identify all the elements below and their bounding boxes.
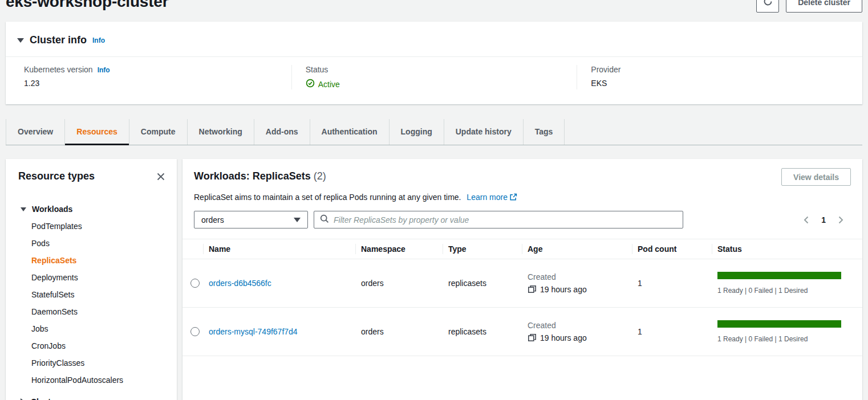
resource-count: (2) [314, 170, 326, 182]
column-header-age: Age [528, 239, 638, 259]
page-title: eks-workshop-cluster [6, 0, 168, 13]
header-actions: Delete cluster [756, 0, 862, 13]
tab-networking[interactable]: Networking [187, 119, 254, 145]
age-cell: Created 19 hours ago [528, 272, 638, 294]
namespace-cell: orders [361, 327, 448, 336]
resource-types-tree: Workloads PodTemplates Pods ReplicaSets … [6, 201, 177, 400]
sidebar-item-daemonsets[interactable]: DaemonSets [6, 303, 177, 320]
copy-icon[interactable] [528, 333, 537, 342]
column-header-status: Status [717, 239, 862, 259]
workloads-section-label: Workloads [32, 205, 72, 214]
view-details-button[interactable]: View details [781, 168, 851, 186]
delete-cluster-button[interactable]: Delete cluster [786, 0, 862, 13]
eks-console-page: eks-workshop-cluster Delete cluster Clus… [0, 0, 868, 400]
tab-logging[interactable]: Logging [389, 119, 444, 145]
column-header-namespace: Namespace [361, 239, 448, 259]
pod-count-cell: 1 [638, 327, 717, 336]
sidebar-item-priorityclasses[interactable]: PriorityClasses [6, 354, 177, 372]
panel-title-text: Workloads: ReplicaSets [194, 170, 311, 182]
status-progress-bar [717, 272, 841, 279]
pagination: 1 [802, 215, 851, 225]
select-column-header [182, 239, 209, 259]
status-value: Active [318, 80, 340, 89]
namespace-dropdown-value: orders [201, 215, 224, 225]
copy-icon[interactable] [528, 285, 537, 294]
sidebar-item-jobs[interactable]: Jobs [6, 320, 177, 337]
check-circle-icon [306, 79, 315, 89]
resource-types-sidebar: Resource types Workloads PodTemplates Po… [6, 159, 177, 400]
status-progress-bar [717, 320, 841, 328]
row-radio-button[interactable] [190, 279, 200, 288]
tab-overview[interactable]: Overview [6, 119, 64, 145]
learn-more-label: Learn more [467, 193, 508, 202]
sidebar-item-cronjobs[interactable]: CronJobs [6, 337, 177, 354]
cluster-info-panel: Cluster info Info Kubernetes version Inf… [6, 22, 862, 104]
tab-tags[interactable]: Tags [523, 119, 565, 145]
kubernetes-version-value: 1.23 [24, 79, 280, 88]
cluster-info-title: Cluster info [30, 34, 87, 46]
tab-resources[interactable]: Resources [64, 119, 129, 145]
provider-label: Provider [591, 65, 620, 74]
sidebar-section-workloads[interactable]: Workloads [6, 201, 177, 218]
status-text: 1 Ready | 0 Failed | 1 Desired [717, 335, 853, 343]
resource-types-title: Resource types [18, 170, 95, 182]
age-created-label: Created [528, 321, 633, 330]
cluster-section-label: Cluster [31, 397, 58, 400]
tab-update-history[interactable]: Update history [444, 119, 523, 145]
status-cell: 1 Ready | 0 Failed | 1 Desired [717, 272, 862, 295]
tab-authentication[interactable]: Authentication [310, 119, 389, 145]
learn-more-link[interactable]: Learn more [467, 193, 517, 202]
provider-value: EKS [591, 79, 851, 88]
pod-count-cell: 1 [638, 279, 717, 288]
sidebar-item-replicasets[interactable]: ReplicaSets [6, 252, 177, 269]
type-cell: replicasets [448, 279, 528, 288]
column-header-name: Name [209, 239, 361, 259]
description-text: ReplicaSet aims to maintain a set of rep… [194, 193, 461, 202]
replicaset-name-link[interactable]: orders-mysql-749f67f7d4 [209, 327, 298, 336]
search-box [314, 211, 683, 228]
cluster-tabs: Overview Resources Compute Networking Ad… [6, 119, 862, 145]
sidebar-item-pods[interactable]: Pods [6, 235, 177, 252]
cluster-info-info-link[interactable]: Info [92, 36, 105, 44]
external-link-icon [509, 193, 517, 203]
tab-add-ons[interactable]: Add-ons [254, 119, 310, 145]
kubernetes-version-info-link[interactable]: Info [98, 66, 110, 74]
search-input[interactable] [334, 215, 677, 225]
sidebar-item-deployments[interactable]: Deployments [6, 269, 177, 286]
table-header-row: Name Namespace Type Age Pod count Status [182, 239, 862, 259]
status-label: Status [306, 65, 328, 74]
chevron-down-icon [21, 207, 26, 211]
chevron-down-icon [17, 38, 24, 43]
sidebar-item-horizontalpodautoscalers[interactable]: HorizontalPodAutoscalers [6, 372, 177, 389]
panel-description: ReplicaSet aims to maintain a set of rep… [194, 193, 851, 203]
table-row: orders-d6b4566fc orders replicasets Crea… [182, 259, 862, 308]
age-value-text: 19 hours ago [540, 333, 587, 342]
column-header-type: Type [448, 239, 528, 259]
panel-title: Workloads: ReplicaSets (2) [194, 168, 326, 182]
close-icon[interactable] [155, 171, 167, 182]
cluster-info-header[interactable]: Cluster info Info [6, 22, 862, 57]
sidebar-section-cluster[interactable]: Cluster [6, 393, 177, 400]
kubernetes-version-field: Kubernetes version Info 1.23 [6, 65, 291, 89]
replicasets-table: Name Namespace Type Age Pod count Status… [182, 239, 862, 356]
age-value-text: 19 hours ago [540, 285, 587, 294]
kubernetes-version-label: Kubernetes version [24, 65, 93, 74]
type-cell: replicasets [448, 327, 528, 336]
sidebar-item-podtemplates[interactable]: PodTemplates [6, 218, 177, 235]
status-field: Status Active [291, 65, 577, 89]
sidebar-item-statefulsets[interactable]: StatefulSets [6, 286, 177, 303]
next-page-icon[interactable] [836, 215, 845, 225]
page-number[interactable]: 1 [821, 215, 826, 225]
search-icon [320, 214, 329, 225]
column-header-pod-count: Pod count [638, 239, 717, 259]
replicasets-panel: Workloads: ReplicaSets (2) View details … [182, 159, 862, 400]
status-cell: 1 Ready | 0 Failed | 1 Desired [717, 320, 862, 343]
dropdown-caret-icon [294, 218, 301, 222]
resources-content: Resource types Workloads PodTemplates Po… [6, 159, 862, 400]
refresh-button[interactable] [756, 0, 779, 13]
namespace-dropdown[interactable]: orders [194, 211, 308, 228]
previous-page-icon[interactable] [802, 215, 811, 225]
tab-compute[interactable]: Compute [129, 119, 187, 145]
replicaset-name-link[interactable]: orders-d6b4566fc [209, 279, 271, 288]
row-radio-button[interactable] [190, 327, 200, 336]
